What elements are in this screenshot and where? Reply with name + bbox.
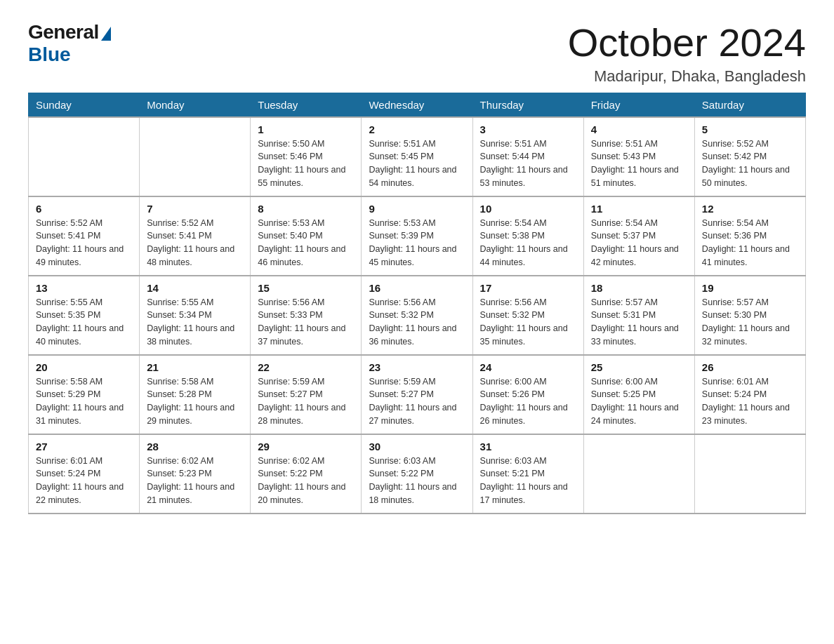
day-number: 24 <box>480 361 576 373</box>
day-number: 26 <box>702 361 798 373</box>
day-info: Sunrise: 5:54 AMSunset: 5:38 PMDaylight:… <box>480 217 576 269</box>
day-number: 10 <box>480 203 576 215</box>
day-cell: 3Sunrise: 5:51 AMSunset: 5:44 PMDaylight… <box>472 117 583 196</box>
day-number: 7 <box>147 203 243 215</box>
day-cell: 23Sunrise: 5:59 AMSunset: 5:27 PMDayligh… <box>362 355 472 434</box>
day-number: 20 <box>36 361 132 373</box>
day-cell: 19Sunrise: 5:57 AMSunset: 5:30 PMDayligh… <box>694 276 805 355</box>
day-cell: 17Sunrise: 5:56 AMSunset: 5:32 PMDayligh… <box>472 276 583 355</box>
calendar-table: SundayMondayTuesdayWednesdayThursdayFrid… <box>28 93 806 514</box>
day-info: Sunrise: 5:54 AMSunset: 5:36 PMDaylight:… <box>702 217 798 269</box>
calendar-header-row: SundayMondayTuesdayWednesdayThursdayFrid… <box>29 93 806 117</box>
day-number: 11 <box>591 203 687 215</box>
day-number: 16 <box>369 282 465 294</box>
week-row-1: 1Sunrise: 5:50 AMSunset: 5:46 PMDaylight… <box>29 117 806 196</box>
day-info: Sunrise: 5:51 AMSunset: 5:44 PMDaylight:… <box>480 137 576 190</box>
day-info: Sunrise: 5:58 AMSunset: 5:28 PMDaylight:… <box>147 375 243 428</box>
day-cell: 31Sunrise: 6:03 AMSunset: 5:21 PMDayligh… <box>472 434 583 514</box>
day-info: Sunrise: 5:57 AMSunset: 5:30 PMDaylight:… <box>702 296 798 349</box>
day-number: 25 <box>591 361 687 373</box>
day-info: Sunrise: 6:03 AMSunset: 5:21 PMDaylight:… <box>480 455 576 507</box>
column-header-sunday: Sunday <box>29 93 140 117</box>
day-cell <box>694 434 805 514</box>
day-cell: 1Sunrise: 5:50 AMSunset: 5:46 PMDaylight… <box>251 117 362 196</box>
day-info: Sunrise: 6:00 AMSunset: 5:26 PMDaylight:… <box>480 375 576 428</box>
week-row-3: 13Sunrise: 5:55 AMSunset: 5:35 PMDayligh… <box>29 276 806 355</box>
day-number: 19 <box>702 282 798 294</box>
day-info: Sunrise: 5:59 AMSunset: 5:27 PMDaylight:… <box>369 375 465 428</box>
day-info: Sunrise: 5:55 AMSunset: 5:34 PMDaylight:… <box>147 296 243 349</box>
day-cell: 22Sunrise: 5:59 AMSunset: 5:27 PMDayligh… <box>251 355 362 434</box>
day-cell: 18Sunrise: 5:57 AMSunset: 5:31 PMDayligh… <box>583 276 694 355</box>
day-number: 18 <box>591 282 687 294</box>
day-number: 30 <box>369 441 465 452</box>
day-number: 12 <box>702 203 798 215</box>
day-number: 21 <box>147 361 243 373</box>
day-number: 6 <box>36 203 132 215</box>
column-header-wednesday: Wednesday <box>362 93 472 117</box>
day-info: Sunrise: 5:53 AMSunset: 5:39 PMDaylight:… <box>369 217 465 269</box>
day-number: 22 <box>258 361 354 373</box>
day-cell: 12Sunrise: 5:54 AMSunset: 5:36 PMDayligh… <box>694 196 805 276</box>
day-number: 3 <box>480 123 576 135</box>
day-cell: 29Sunrise: 6:02 AMSunset: 5:22 PMDayligh… <box>251 434 362 514</box>
day-cell: 20Sunrise: 5:58 AMSunset: 5:29 PMDayligh… <box>29 355 140 434</box>
day-info: Sunrise: 5:52 AMSunset: 5:41 PMDaylight:… <box>147 217 243 269</box>
day-cell: 30Sunrise: 6:03 AMSunset: 5:22 PMDayligh… <box>362 434 472 514</box>
day-info: Sunrise: 5:51 AMSunset: 5:43 PMDaylight:… <box>591 137 687 190</box>
day-info: Sunrise: 5:56 AMSunset: 5:32 PMDaylight:… <box>369 296 465 349</box>
day-info: Sunrise: 5:56 AMSunset: 5:33 PMDaylight:… <box>258 296 354 349</box>
column-header-monday: Monday <box>140 93 251 117</box>
day-number: 28 <box>147 441 243 452</box>
day-number: 17 <box>480 282 576 294</box>
logo: General Blue <box>28 21 111 66</box>
day-cell: 27Sunrise: 6:01 AMSunset: 5:24 PMDayligh… <box>29 434 140 514</box>
day-number: 8 <box>258 203 354 215</box>
logo-blue-text: Blue <box>28 43 71 66</box>
day-info: Sunrise: 5:55 AMSunset: 5:35 PMDaylight:… <box>36 296 132 349</box>
day-info: Sunrise: 6:02 AMSunset: 5:23 PMDaylight:… <box>147 455 243 507</box>
day-info: Sunrise: 5:51 AMSunset: 5:45 PMDaylight:… <box>369 137 465 190</box>
day-number: 29 <box>258 441 354 452</box>
day-cell: 15Sunrise: 5:56 AMSunset: 5:33 PMDayligh… <box>251 276 362 355</box>
day-cell: 14Sunrise: 5:55 AMSunset: 5:34 PMDayligh… <box>140 276 251 355</box>
day-cell: 13Sunrise: 5:55 AMSunset: 5:35 PMDayligh… <box>29 276 140 355</box>
column-header-tuesday: Tuesday <box>251 93 362 117</box>
day-number: 13 <box>36 282 132 294</box>
week-row-4: 20Sunrise: 5:58 AMSunset: 5:29 PMDayligh… <box>29 355 806 434</box>
day-cell: 7Sunrise: 5:52 AMSunset: 5:41 PMDaylight… <box>140 196 251 276</box>
day-cell <box>140 117 251 196</box>
day-info: Sunrise: 6:01 AMSunset: 5:24 PMDaylight:… <box>36 455 132 507</box>
day-cell: 5Sunrise: 5:52 AMSunset: 5:42 PMDaylight… <box>694 117 805 196</box>
column-header-thursday: Thursday <box>472 93 583 117</box>
day-info: Sunrise: 5:52 AMSunset: 5:41 PMDaylight:… <box>36 217 132 269</box>
column-header-saturday: Saturday <box>694 93 805 117</box>
day-number: 15 <box>258 282 354 294</box>
title-block: October 2024 Madaripur, Dhaka, Banglades… <box>568 21 806 86</box>
day-cell <box>29 117 140 196</box>
day-info: Sunrise: 5:57 AMSunset: 5:31 PMDaylight:… <box>591 296 687 349</box>
day-cell <box>583 434 694 514</box>
day-info: Sunrise: 5:52 AMSunset: 5:42 PMDaylight:… <box>702 137 798 190</box>
day-number: 31 <box>480 441 576 452</box>
day-info: Sunrise: 6:03 AMSunset: 5:22 PMDaylight:… <box>369 455 465 507</box>
day-info: Sunrise: 5:53 AMSunset: 5:40 PMDaylight:… <box>258 217 354 269</box>
day-cell: 16Sunrise: 5:56 AMSunset: 5:32 PMDayligh… <box>362 276 472 355</box>
day-cell: 4Sunrise: 5:51 AMSunset: 5:43 PMDaylight… <box>583 117 694 196</box>
week-row-2: 6Sunrise: 5:52 AMSunset: 5:41 PMDaylight… <box>29 196 806 276</box>
day-cell: 9Sunrise: 5:53 AMSunset: 5:39 PMDaylight… <box>362 196 472 276</box>
month-title: October 2024 <box>568 21 806 65</box>
day-info: Sunrise: 6:02 AMSunset: 5:22 PMDaylight:… <box>258 455 354 507</box>
day-cell: 11Sunrise: 5:54 AMSunset: 5:37 PMDayligh… <box>583 196 694 276</box>
day-cell: 26Sunrise: 6:01 AMSunset: 5:24 PMDayligh… <box>694 355 805 434</box>
day-number: 1 <box>258 123 354 135</box>
day-cell: 28Sunrise: 6:02 AMSunset: 5:23 PMDayligh… <box>140 434 251 514</box>
day-cell: 6Sunrise: 5:52 AMSunset: 5:41 PMDaylight… <box>29 196 140 276</box>
column-header-friday: Friday <box>583 93 694 117</box>
day-info: Sunrise: 6:01 AMSunset: 5:24 PMDaylight:… <box>702 375 798 428</box>
day-info: Sunrise: 6:00 AMSunset: 5:25 PMDaylight:… <box>591 375 687 428</box>
logo-general-text: General <box>28 21 99 43</box>
day-info: Sunrise: 5:54 AMSunset: 5:37 PMDaylight:… <box>591 217 687 269</box>
day-cell: 25Sunrise: 6:00 AMSunset: 5:25 PMDayligh… <box>583 355 694 434</box>
day-info: Sunrise: 5:56 AMSunset: 5:32 PMDaylight:… <box>480 296 576 349</box>
